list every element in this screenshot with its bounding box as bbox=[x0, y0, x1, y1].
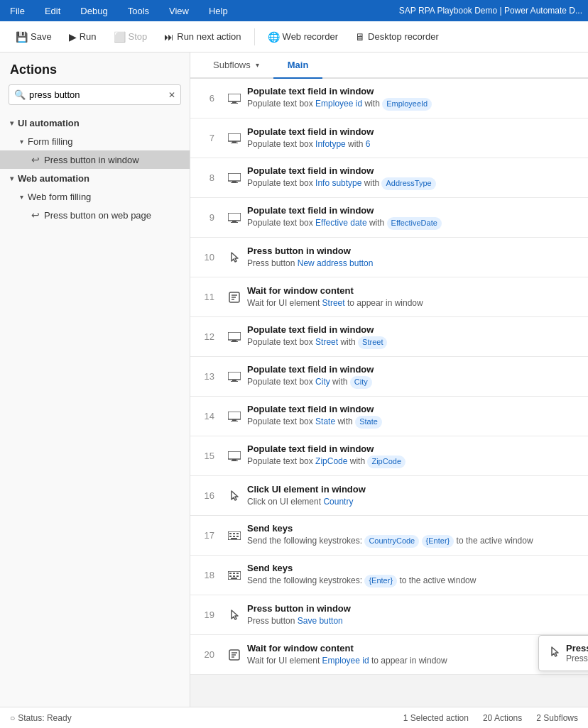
desktop-recorder-button[interactable]: 🖥 Desktop recorder bbox=[348, 28, 446, 46]
main-layout: Actions 🔍 ✕ ▾ UI automation ▾ Form filli… bbox=[0, 53, 588, 707]
row-content-6: Populate text field in window Populate t… bbox=[244, 80, 588, 116]
sidebar-item-form-filling[interactable]: ▾ Form filling bbox=[0, 133, 190, 150]
save-button[interactable]: 💾 Save bbox=[9, 28, 59, 46]
svg-rect-33 bbox=[233, 536, 235, 537]
row-number-14: 14 bbox=[190, 411, 224, 421]
flow-row-14[interactable]: 14 Populate text field in window Populat… bbox=[190, 397, 588, 436]
svg-rect-1 bbox=[232, 101, 236, 103]
row-number-19: 19 bbox=[190, 610, 224, 620]
status-text: Status: Ready bbox=[18, 713, 71, 723]
tab-subflows[interactable]: Subflows ▾ bbox=[199, 53, 273, 79]
svg-rect-8 bbox=[231, 182, 238, 183]
row-number-13: 13 bbox=[190, 371, 224, 382]
search-clear-icon[interactable]: ✕ bbox=[168, 90, 175, 100]
row-desc-18: Send the following keystrokes: {Enter} t… bbox=[247, 575, 579, 587]
monitor-icon bbox=[224, 173, 244, 183]
circle-icon: ○ bbox=[10, 713, 15, 723]
press-button-window-label: Press button in window bbox=[44, 155, 139, 165]
status-left: ○ Status: Ready bbox=[10, 713, 72, 723]
menu-file[interactable]: File bbox=[6, 4, 29, 18]
flow-row-6[interactable]: 6 Populate text field in window Populate… bbox=[190, 79, 588, 118]
wait-icon bbox=[224, 649, 244, 661]
svg-rect-17 bbox=[232, 340, 236, 341]
flow-row-20[interactable]: 20 Wait for window content Wait for UI e… bbox=[190, 635, 588, 675]
chevron-down-icon: ▾ bbox=[20, 193, 23, 201]
flow-row-9[interactable]: 9 Populate text field in window Populate… bbox=[190, 198, 588, 238]
row-title-9: Populate text field in window bbox=[247, 205, 579, 216]
row-title-13: Populate text field in window bbox=[247, 364, 579, 375]
row-content-13: Populate text field in window Populate t… bbox=[244, 358, 588, 394]
row-content-19: Press button in window Press button Save… bbox=[244, 597, 588, 633]
flow-row-15[interactable]: 15 Populate text field in window Populat… bbox=[190, 436, 588, 476]
row-title-15: Populate text field in window bbox=[247, 443, 579, 454]
menu-debug[interactable]: Debug bbox=[76, 4, 111, 18]
flow-row-18[interactable]: 18 Send keys Send the following keystrok… bbox=[190, 556, 588, 595]
svg-rect-10 bbox=[232, 221, 236, 222]
sidebar-tree: ▾ UI automation ▾ Form filling ↩ Press b… bbox=[0, 114, 190, 707]
svg-rect-3 bbox=[228, 133, 241, 141]
web-recorder-button[interactable]: 🌐 Web recorder bbox=[261, 28, 346, 46]
stop-icon: ⬜ bbox=[114, 31, 126, 43]
tab-main[interactable]: Main bbox=[273, 53, 323, 79]
flow-area[interactable]: 6 Populate text field in window Populate… bbox=[190, 79, 588, 707]
sidebar-item-web-form-filling[interactable]: ▾ Web form filling bbox=[0, 188, 190, 206]
search-box: 🔍 ✕ bbox=[9, 84, 181, 105]
stop-button[interactable]: ⬜ Stop bbox=[107, 28, 155, 46]
toolbar-separator-1 bbox=[254, 28, 255, 45]
web-icon: 🌐 bbox=[268, 31, 280, 43]
svg-rect-7 bbox=[232, 181, 236, 182]
row-content-16: Click UI element in window Click on UI e… bbox=[244, 478, 588, 514]
svg-rect-34 bbox=[236, 536, 239, 537]
svg-rect-16 bbox=[228, 332, 241, 340]
sidebar-item-web-automation[interactable]: ▾ Web automation bbox=[0, 169, 190, 188]
flow-row-16[interactable]: 16 Click UI element in window Click on U… bbox=[190, 476, 588, 516]
search-input[interactable] bbox=[9, 84, 181, 105]
web-cursor-icon: ↩ bbox=[31, 209, 40, 221]
sidebar-item-press-button-window[interactable]: ↩ Press button in window bbox=[0, 150, 190, 169]
monitor-icon bbox=[224, 412, 244, 421]
svg-rect-41 bbox=[233, 575, 235, 577]
svg-rect-19 bbox=[228, 372, 241, 380]
menu-bar: File Edit Debug Tools View Help SAP RPA … bbox=[0, 0, 588, 21]
sidebar-title: Actions bbox=[0, 53, 190, 84]
row-content-15: Populate text field in window Populate t… bbox=[244, 438, 588, 473]
row-title-10: Press button in window bbox=[247, 246, 579, 256]
row-title-8: Populate text field in window bbox=[247, 165, 579, 176]
menu-edit[interactable]: Edit bbox=[40, 4, 65, 18]
row-title-12: Populate text field in window bbox=[247, 324, 579, 335]
flow-row-7[interactable]: 7 Populate text field in window Populate… bbox=[190, 118, 588, 158]
menu-tools[interactable]: Tools bbox=[124, 4, 153, 18]
flow-row-11[interactable]: 11 Wait for window content Wait for UI e… bbox=[190, 277, 588, 317]
chevron-down-icon: ▾ bbox=[20, 138, 23, 145]
run-next-button[interactable]: ⏭ Run next action bbox=[157, 28, 248, 46]
row-content-12: Populate text field in window Populate t… bbox=[244, 319, 588, 354]
actions-count: 20 Actions bbox=[483, 713, 522, 723]
row-desc-10: Press button New address button bbox=[247, 258, 579, 270]
tree-section-web-automation: ▾ Web automation ▾ Web form filling ↩ Pr… bbox=[0, 169, 190, 224]
flow-row-8[interactable]: 8 Populate text field in window Populate… bbox=[190, 158, 588, 198]
flow-row-12[interactable]: 12 Populate text field in window Populat… bbox=[190, 317, 588, 357]
row-title-11: Wait for window content bbox=[247, 285, 579, 296]
menu-help[interactable]: Help bbox=[205, 4, 232, 18]
row-desc-6: Populate text box Employee id with Emplo… bbox=[247, 98, 579, 110]
svg-rect-43 bbox=[231, 578, 237, 579]
svg-rect-5 bbox=[231, 143, 238, 143]
row-title-19: Press button in window bbox=[247, 603, 579, 614]
flow-row-19[interactable]: 19 Press button in window Press button S… bbox=[190, 595, 588, 635]
press-button-web-label: Press button on web page bbox=[44, 210, 151, 221]
flow-row-17[interactable]: 17 Send keys Send the following keystrok… bbox=[190, 516, 588, 556]
svg-rect-2 bbox=[231, 103, 238, 104]
subflows-tab-label: Subflows bbox=[213, 60, 251, 70]
sidebar-item-press-button-web[interactable]: ↩ Press button on web page bbox=[0, 206, 190, 224]
svg-rect-40 bbox=[229, 575, 232, 577]
sidebar-item-ui-automation[interactable]: ▾ UI automation bbox=[0, 114, 190, 133]
app-title: SAP RPA Playbook Demo | Power Automate D… bbox=[399, 6, 582, 16]
menu-view[interactable]: View bbox=[165, 4, 193, 18]
flow-row-13[interactable]: 13 Populate text field in window Populat… bbox=[190, 357, 588, 397]
svg-rect-26 bbox=[232, 459, 236, 460]
tree-section-ui-automation: ▾ UI automation ▾ Form filling ↩ Press b… bbox=[0, 114, 190, 169]
subflows-count: 2 Subflows bbox=[536, 713, 578, 723]
run-button[interactable]: ▶ Run bbox=[62, 28, 104, 46]
flow-row-10[interactable]: 10 Press button in window Press button N… bbox=[190, 238, 588, 277]
svg-rect-4 bbox=[232, 141, 236, 143]
